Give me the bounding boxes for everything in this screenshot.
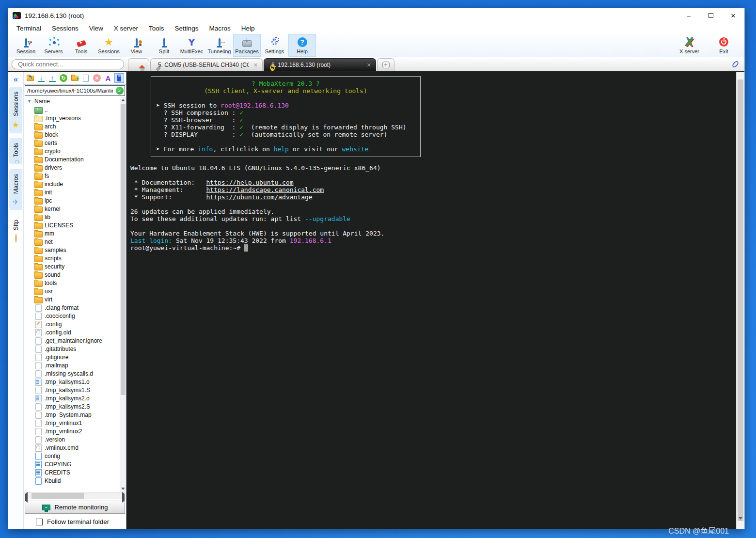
tree-item[interactable]: .tmp_kallsyms2.o <box>24 394 126 402</box>
terminal-link[interactable]: website <box>342 145 369 153</box>
tree-item[interactable]: .clang-format <box>24 303 126 312</box>
tree-item[interactable]: init <box>24 188 126 196</box>
tree-item[interactable]: .mailmap <box>24 361 126 369</box>
close-button[interactable]: ✕ <box>722 8 744 23</box>
new-file-icon[interactable] <box>81 73 91 83</box>
tree-item[interactable]: arch <box>24 122 126 130</box>
tree-item[interactable]: .config.old <box>24 328 126 336</box>
scroll-right-arrow[interactable] <box>122 494 125 501</box>
tree-item[interactable]: block <box>24 130 126 139</box>
tree-item[interactable]: .vmlinux.cmd <box>24 443 126 452</box>
view-button[interactable]: View <box>123 34 150 57</box>
tree-header[interactable]: ▾ Name <box>24 96 126 106</box>
quick-connect-input[interactable] <box>12 59 124 69</box>
maximize-button[interactable] <box>700 8 722 23</box>
tree-item[interactable]: include <box>24 180 126 188</box>
tree-item[interactable]: security <box>24 262 126 270</box>
menu-terminal[interactable]: Terminal <box>11 25 47 32</box>
terminal-scrollbar[interactable] <box>736 72 744 529</box>
tree-item[interactable]: lib <box>24 213 126 221</box>
path-ok-icon[interactable]: ✓ <box>116 87 124 95</box>
tree-item[interactable]: .tmp_vmlinux2 <box>24 427 126 435</box>
new-folder-icon[interactable] <box>70 73 79 83</box>
tree-item[interactable]: mm <box>24 229 126 237</box>
tree-item[interactable]: scripts <box>24 254 126 262</box>
tree-item[interactable]: .tmp_System.map <box>24 411 126 419</box>
tree-item[interactable]: crypto <box>24 147 126 155</box>
sessions-button[interactable]: ★Sessions <box>95 34 123 57</box>
tree-item[interactable]: COPYING <box>24 460 126 468</box>
tree-item[interactable]: .tmp_vmlinux1 <box>24 419 126 427</box>
terminal-link[interactable]: help <box>274 145 289 153</box>
tunneling-button[interactable]: Tunneling <box>205 34 233 57</box>
tree-item[interactable]: net <box>24 237 126 246</box>
session-button[interactable]: Session <box>12 34 40 57</box>
tree-item[interactable]: tools <box>24 279 126 287</box>
tree-item[interactable]: .missing-syscalls.d <box>24 369 126 378</box>
tree-item[interactable]: LICENSES <box>24 221 126 229</box>
upload-icon[interactable]: ↑ <box>47 73 57 83</box>
tree-item[interactable]: kernel <box>24 205 126 213</box>
tree-item[interactable]: .. <box>24 106 126 114</box>
sidebar-tab-tools[interactable]: Tools <box>9 138 22 164</box>
tree-item[interactable]: drivers <box>24 163 126 172</box>
tree-item[interactable]: fs <box>24 172 126 180</box>
menu-sessions[interactable]: Sessions <box>47 25 84 32</box>
tab-close-icon[interactable]: ✕ <box>367 62 371 68</box>
collapse-sidebar-button[interactable]: « <box>14 75 18 84</box>
tab-close-icon[interactable]: ✕ <box>253 62 258 68</box>
tree-item[interactable]: .config <box>24 320 126 328</box>
x-server-button[interactable]: XX server <box>676 34 703 57</box>
menu-help[interactable]: Help <box>236 25 260 32</box>
help-button[interactable]: ?Help <box>288 34 316 57</box>
tree-item[interactable]: .gitattributes <box>24 345 126 353</box>
tree-item[interactable]: certs <box>24 139 126 147</box>
paperclip-icon[interactable] <box>731 60 740 68</box>
tree-hscroll-thumb[interactable] <box>32 493 84 499</box>
delete-icon[interactable]: ✕ <box>92 73 102 83</box>
scroll-down-arrow[interactable] <box>120 485 126 492</box>
tree-scroll-thumb[interactable] <box>121 104 126 395</box>
terminal-scroll-thumb[interactable] <box>738 79 743 521</box>
tab-ssh-active[interactable]: 6. 192.168.6.130 (root)✕ <box>264 58 376 71</box>
menu-settings[interactable]: Settings <box>170 25 204 32</box>
exit-button[interactable]: Exit <box>710 34 738 57</box>
terminal-scroll-down-arrow[interactable] <box>739 520 742 527</box>
tree-item[interactable]: sound <box>24 270 126 279</box>
refresh-icon[interactable]: ↻ <box>59 73 68 83</box>
path-input[interactable] <box>27 88 113 94</box>
remote-monitoring-button[interactable]: ~ Remote monitoring <box>25 501 125 514</box>
tree-item[interactable]: .gitignore <box>24 353 126 361</box>
menu-x-server[interactable]: X server <box>109 25 143 32</box>
new-tab-button[interactable]: + <box>377 58 394 71</box>
tree-item[interactable]: virt <box>24 295 126 303</box>
home-tab[interactable] <box>128 58 149 71</box>
servers-button[interactable]: Servers <box>40 34 67 57</box>
sidebar-tab-sftp[interactable]: Sftp <box>9 215 22 246</box>
collapse-tree-icon[interactable]: ▾ <box>28 98 31 104</box>
download-icon[interactable]: ↓ <box>36 73 46 83</box>
tree-item[interactable]: ipc <box>24 196 126 205</box>
multiexec-button[interactable]: YMultiExec <box>178 34 205 57</box>
tree-item[interactable]: .get_maintainer.ignore <box>24 336 126 345</box>
packages-button[interactable]: Packages <box>233 34 261 57</box>
sidebar-tab-macros[interactable]: Macros✈ <box>9 169 22 210</box>
tree-item[interactable]: usr <box>24 287 126 295</box>
scroll-up-arrow[interactable] <box>120 96 126 103</box>
menu-view[interactable]: View <box>84 25 109 32</box>
encoding-icon[interactable]: A <box>103 73 113 83</box>
tree-item[interactable]: Kbuild <box>24 476 126 485</box>
tree-item[interactable]: .tmp_versions <box>24 114 126 122</box>
tree-item[interactable]: .tmp_kallsyms2.S <box>24 402 126 411</box>
sidebar-tab-sessions[interactable]: Sessions★ <box>9 87 22 133</box>
split-button[interactable]: Split <box>150 34 178 57</box>
usb-device-icon[interactable] <box>114 73 124 83</box>
settings-button[interactable]: Settings <box>261 34 288 57</box>
terminal[interactable]: ? MobaXterm 20.3 ?(SSH client, X-server … <box>126 72 744 529</box>
minimize-button[interactable]: – <box>677 8 700 23</box>
follow-terminal-folder-checkbox[interactable] <box>36 519 43 525</box>
scroll-left-arrow[interactable] <box>25 494 28 501</box>
menu-macros[interactable]: Macros <box>204 25 236 32</box>
tree-item[interactable]: config <box>24 452 126 460</box>
tree-item[interactable]: .cocciconfig <box>24 312 126 320</box>
